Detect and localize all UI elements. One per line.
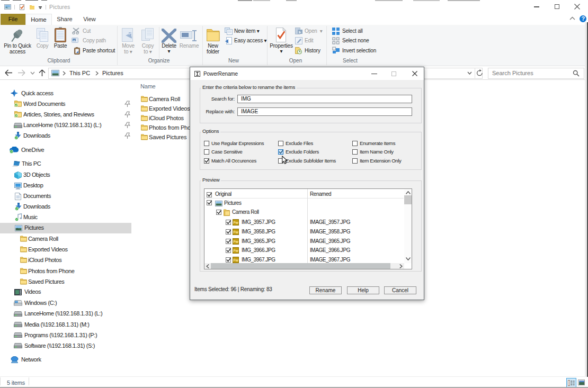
svg-text:w: w bbox=[73, 39, 75, 42]
